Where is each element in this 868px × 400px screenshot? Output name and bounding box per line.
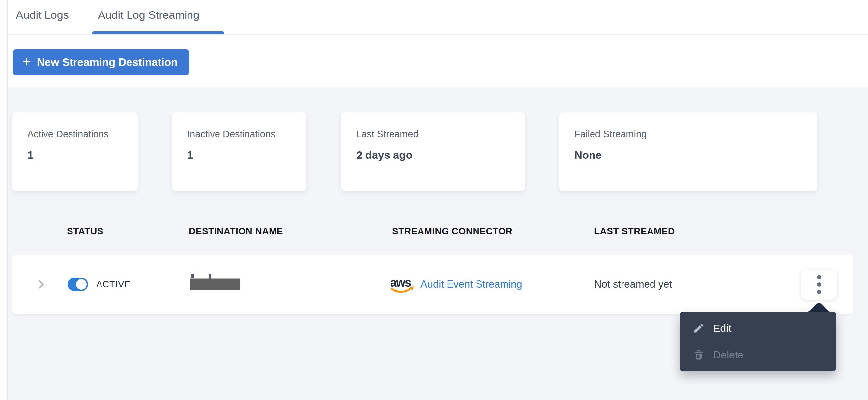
tab-bar-divider xyxy=(8,34,868,35)
column-header-last-streamed: LAST STREAMED xyxy=(594,226,675,237)
summary-card-last-streamed: Last Streamed 2 days ago xyxy=(341,112,525,191)
left-margin-strip xyxy=(0,0,7,400)
active-tab-indicator xyxy=(92,31,224,34)
card-label: Last Streamed xyxy=(356,128,510,140)
audit-log-streaming-page: Audit Logs Audit Log Streaming + New Str… xyxy=(0,0,868,400)
card-value: 1 xyxy=(27,149,123,162)
kebab-dot xyxy=(817,275,821,279)
menu-item-delete[interactable]: Delete xyxy=(693,346,744,363)
plus-icon: + xyxy=(23,54,31,69)
card-label: Active Destinations xyxy=(27,128,123,140)
redaction-text-remnant xyxy=(191,274,194,278)
row-actions-menu: Edit Delete xyxy=(680,312,836,371)
table-row: ACTIVE aws Audit Event Streaming Not str… xyxy=(12,255,853,314)
new-streaming-destination-label: New Streaming Destination xyxy=(37,56,178,68)
toggle-knob xyxy=(76,279,87,289)
menu-item-edit-label: Edit xyxy=(713,322,731,334)
menu-caret-icon xyxy=(806,302,832,312)
summary-card-active-destinations: Active Destinations 1 xyxy=(12,112,138,191)
new-streaming-destination-button[interactable]: + New Streaming Destination xyxy=(12,50,189,75)
menu-item-delete-label: Delete xyxy=(713,349,744,361)
trash-icon xyxy=(693,349,705,361)
status-toggle[interactable] xyxy=(67,278,88,291)
expand-row-chevron-right-icon[interactable] xyxy=(35,278,47,290)
card-value: 2 days ago xyxy=(356,149,510,162)
card-label: Failed Streaming xyxy=(575,128,802,140)
aws-logo-text: aws xyxy=(390,276,411,289)
column-header-streaming-connector: STREAMING CONNECTOR xyxy=(392,226,513,237)
tab-audit-log-streaming[interactable]: Audit Log Streaming xyxy=(98,8,199,22)
redaction-text-remnant xyxy=(209,274,211,279)
card-value: None xyxy=(575,149,802,162)
tab-audit-logs[interactable]: Audit Logs xyxy=(16,8,69,22)
kebab-dot xyxy=(817,282,821,287)
menu-item-edit[interactable]: Edit xyxy=(693,319,731,337)
header-divider xyxy=(0,87,868,87)
column-header-destination-name: DESTINATION NAME xyxy=(189,226,283,237)
summary-card-failed-streaming: Failed Streaming None xyxy=(559,112,817,191)
summary-card-inactive-destinations: Inactive Destinations 1 xyxy=(172,112,306,191)
kebab-dot xyxy=(817,289,821,294)
status-badge: ACTIVE xyxy=(96,279,131,289)
card-label: Inactive Destinations xyxy=(187,128,291,140)
column-header-status: STATUS xyxy=(67,226,103,237)
card-value: 1 xyxy=(187,149,291,162)
last-streamed-value: Not streamed yet xyxy=(594,278,672,290)
tab-bar: Audit Logs Audit Log Streaming xyxy=(0,0,868,35)
audit-event-streaming-link[interactable]: Audit Event Streaming xyxy=(421,278,522,290)
row-actions-kebab-button[interactable] xyxy=(801,270,837,300)
destination-name-redacted xyxy=(190,279,240,290)
pencil-icon xyxy=(693,322,705,334)
aws-logo-icon: aws xyxy=(390,275,414,294)
content-left-border xyxy=(7,0,8,400)
